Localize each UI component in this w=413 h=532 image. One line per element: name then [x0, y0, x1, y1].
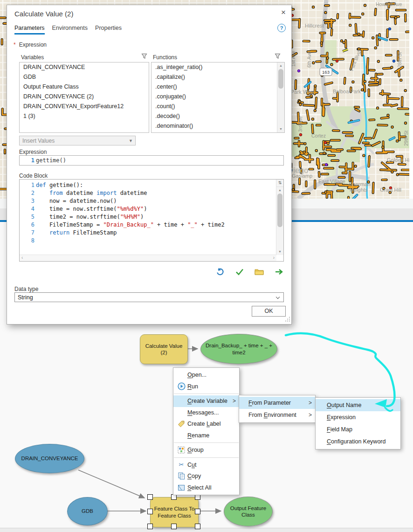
expression-section-header: *Expression	[14, 41, 47, 48]
code-line: 5 time2 = now.strftime("%H%M")	[20, 213, 276, 221]
tab-properties[interactable]: Properties	[95, 25, 122, 35]
dialog-tabs: Parameters Environments Properties	[14, 25, 122, 35]
menu-item-label: Output Name	[327, 402, 361, 408]
variable-item[interactable]: 1 (3)	[20, 111, 149, 121]
expression-editor[interactable]: 1 gettime()	[19, 155, 284, 166]
menu-separator	[174, 457, 239, 458]
menu-item-label: Select All	[187, 484, 211, 491]
code-block-editor[interactable]: 1def gettime():2 from datetime import da…	[19, 179, 284, 262]
dialog-title: Calculate Value (2)	[14, 10, 73, 18]
selection-handle[interactable]	[147, 509, 153, 514]
variables-list[interactable]: DRAIN_CONVEYANCEGDBOutput Feature ClassD…	[19, 62, 149, 133]
functions-scrollbar[interactable]: ▲ ▼	[277, 62, 284, 132]
selection-handle[interactable]	[171, 524, 177, 529]
function-item[interactable]: .capitalize()	[151, 72, 284, 82]
menu-item-configuration-keyword[interactable]: Configuration Keyword	[316, 435, 400, 448]
function-item[interactable]: .count()	[151, 102, 284, 111]
scrollbar-thumb[interactable]	[277, 193, 282, 227]
svg-text:Golden Hill: Golden Hill	[387, 157, 412, 163]
menu-item-rename[interactable]: Rename	[173, 430, 239, 442]
ok-button[interactable]: OK	[252, 306, 286, 317]
calculate-value-dialog: Calculate Value (2) × Parameters Environ…	[7, 5, 292, 325]
data-type-label: Data type	[14, 286, 38, 292]
scroll-left-icon[interactable]: ‹	[21, 255, 23, 261]
model-output-drain-backup-variable[interactable]: Drain_Backup_ + time + _ +time2	[200, 334, 277, 364]
submenu-chevron-icon: >	[305, 400, 312, 406]
scroll-up-icon[interactable]: ▲	[277, 62, 284, 69]
code-block-toolbar	[215, 267, 284, 276]
function-item[interactable]: .center()	[151, 82, 284, 92]
insert-values-dropdown[interactable]: Insert Values ▼	[19, 136, 136, 145]
model-tool-calculate-value-2[interactable]: Calculate Value(2)	[140, 334, 188, 364]
model-output-feature-class[interactable]: Output FeatureClass	[224, 497, 273, 526]
menu-item-field-map[interactable]: Field Map	[316, 423, 400, 435]
menu-item-label: Group	[187, 447, 204, 453]
model-input-drain-conveyance[interactable]: DRAIN_CONVEYANCE	[15, 444, 84, 473]
function-item[interactable]: .denominator()	[151, 121, 284, 131]
svg-text:East Village: East Village	[318, 179, 345, 184]
scroll-right-icon[interactable]: ›	[273, 255, 275, 261]
menu-item-group[interactable]: Group	[173, 444, 239, 456]
svg-text:Park West: Park West	[291, 89, 315, 95]
scroll-up-icon[interactable]: ▲	[276, 187, 283, 193]
scroll-down-icon[interactable]: ▼	[277, 126, 284, 132]
submenu-chevron-icon: >	[305, 412, 312, 418]
menu-item-open[interactable]: Open...	[173, 369, 239, 381]
model-tool-feature-class-to-feature-class[interactable]: Feature Class ToFeature Class	[150, 497, 199, 527]
menu-item-copy[interactable]: Copy	[173, 470, 239, 482]
menu-item-from-parameter[interactable]: From Parameter>	[239, 397, 315, 409]
filter-icon[interactable]	[275, 53, 281, 61]
app-stage: Howard AveHillcrest1st Ave6th AvePark Bl…	[0, 0, 413, 532]
menu-item-create-label[interactable]: Create Label	[173, 418, 239, 430]
code-vertical-scrollbar[interactable]: ⇅ ▲ ▼	[276, 180, 283, 255]
go-arrow-icon[interactable]	[274, 267, 284, 276]
help-icon[interactable]: ?	[277, 24, 286, 32]
select-all-icon	[175, 484, 187, 491]
submenu-chevron-icon: >	[229, 398, 236, 404]
variable-item[interactable]: Output Feature Class	[20, 82, 149, 92]
variable-item[interactable]: DRAIN_CONVEYAN_ExportFeature12	[20, 102, 149, 111]
scrollbar-thumb[interactable]	[278, 69, 283, 89]
copy-icon	[175, 472, 187, 480]
expression-line-number: 1	[20, 157, 36, 164]
resize-grip[interactable]	[285, 317, 290, 323]
variable-item[interactable]: GDB	[20, 72, 149, 82]
selection-handle[interactable]	[195, 524, 200, 529]
group-icon	[175, 446, 187, 454]
section-label: Expression	[19, 41, 47, 48]
model-input-gdb[interactable]: GDB	[67, 497, 108, 525]
function-item[interactable]: .as_integer_ratio()	[151, 62, 284, 72]
menu-item-create-variable[interactable]: Create Variable>	[173, 395, 239, 407]
menu-item-messages[interactable]: Messages...	[173, 407, 239, 419]
variable-item[interactable]: DRAIN_CONVEYANCE (2)	[20, 92, 149, 102]
function-item[interactable]: .conjugate()	[151, 92, 284, 102]
selection-handle[interactable]	[195, 509, 200, 514]
selection-handle[interactable]	[147, 524, 153, 529]
menu-item-from-environment[interactable]: From Environment>	[239, 409, 315, 421]
functions-list[interactable]: .as_integer_ratio().capitalize().center(…	[151, 62, 285, 133]
menu-item-select-all[interactable]: Select All	[173, 482, 239, 494]
create-label-icon	[175, 420, 187, 428]
validate-check-icon[interactable]	[234, 267, 245, 276]
filter-icon[interactable]	[141, 53, 147, 61]
expression-label: Expression	[19, 149, 47, 155]
menu-item-output-name[interactable]: Output Name	[316, 399, 400, 411]
required-marker: *	[14, 41, 16, 48]
menu-item-cut[interactable]: ✂Cut	[173, 459, 239, 471]
open-folder-icon[interactable]	[254, 267, 264, 276]
function-item[interactable]: .decode()	[151, 111, 284, 121]
variable-item[interactable]: DRAIN_CONVEYANCE	[20, 62, 149, 72]
menu-item-run[interactable]: Run	[173, 381, 239, 393]
code-line: 1def gettime():	[20, 181, 276, 189]
code-horizontal-scrollbar[interactable]: ‹ ›	[20, 255, 276, 261]
scroll-down-icon[interactable]: ▼	[276, 249, 283, 255]
selection-handle[interactable]	[147, 494, 153, 500]
undo-icon[interactable]	[215, 267, 225, 276]
tab-environments[interactable]: Environments	[52, 25, 88, 35]
data-type-select[interactable]: String	[14, 292, 284, 302]
close-icon[interactable]: ×	[281, 8, 286, 17]
tab-parameters[interactable]: Parameters	[14, 25, 45, 35]
cut-icon: ✂	[175, 461, 187, 468]
menu-item-expression[interactable]: Expression	[316, 411, 400, 423]
splitter-handle-icon[interactable]: ⇅	[276, 180, 283, 187]
